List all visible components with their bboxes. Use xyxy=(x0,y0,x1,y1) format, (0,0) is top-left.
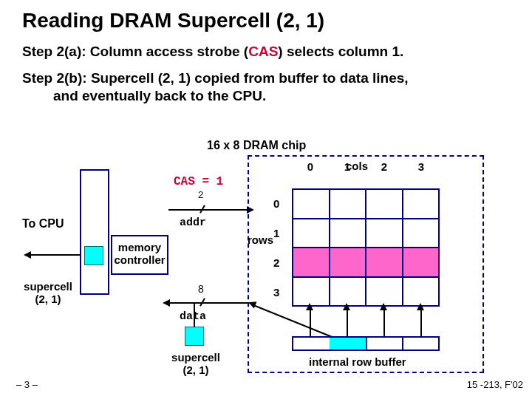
step-2a-suffix: ) selects column 1. xyxy=(278,44,403,59)
step-2b-line2: and eventually back to the CPU. xyxy=(22,87,517,105)
row-3: 3 xyxy=(273,277,279,307)
buf-wire-3 xyxy=(420,307,422,336)
sc-l2: (2, 1) xyxy=(35,293,61,305)
grid-row-1 xyxy=(293,219,439,248)
course-footer: 15 -213, F'02 xyxy=(467,379,523,390)
row-buffer-label: internal row buffer xyxy=(309,355,406,368)
supercell-on-bus xyxy=(185,327,204,346)
memory-controller: memory controller xyxy=(111,235,168,275)
memctrl-l2: controller xyxy=(114,253,165,266)
step-2a: Step 2(a): Column access strobe (CAS) se… xyxy=(0,38,532,65)
data-width: 8 xyxy=(198,283,204,295)
supercell-in-cpu xyxy=(84,246,103,265)
col-headers: 0 1 2 3 xyxy=(292,160,440,173)
grid-row-3 xyxy=(293,277,439,307)
row-headers: 0 1 2 3 xyxy=(273,188,279,307)
buf-arrow-0 xyxy=(306,303,313,310)
row-buffer-selected xyxy=(330,338,366,349)
to-cpu-label: To CPU xyxy=(22,217,64,231)
col-3: 3 xyxy=(403,160,440,173)
addr-width: 2 xyxy=(198,189,203,200)
buf-arrow-2 xyxy=(380,303,387,310)
data-drop xyxy=(194,302,195,327)
buf-wire-2 xyxy=(383,307,385,336)
row-1: 1 xyxy=(273,218,279,248)
step-2a-prefix: Step 2(a): Column access strobe ( xyxy=(22,44,248,59)
supercell-label-left: supercell (2, 1) xyxy=(18,280,78,306)
selected-supercell xyxy=(330,248,366,277)
step-2b: Step 2(b): Supercell (2, 1) copied from … xyxy=(0,65,532,109)
slide-title: Reading DRAM Supercell (2, 1) xyxy=(0,0,532,38)
buf-arrow-1 xyxy=(343,303,350,310)
buf-wire-1 xyxy=(347,307,348,336)
rows-label: rows xyxy=(248,233,273,246)
buf-wire-0 xyxy=(310,307,311,336)
grid-row-2 xyxy=(293,248,439,277)
cas-value: CAS = 1 xyxy=(174,175,223,188)
wire-to-cpu xyxy=(30,254,80,256)
row-2: 2 xyxy=(273,248,279,277)
cpu-block xyxy=(80,169,109,295)
addr-label: addr xyxy=(180,216,206,229)
col-1: 1 xyxy=(329,160,366,173)
arrow-data xyxy=(163,299,170,307)
step-2b-line1: Step 2(b): Supercell (2, 1) copied from … xyxy=(22,70,409,86)
row-0: 0 xyxy=(273,188,279,218)
chip-title: 16 x 8 DRAM chip xyxy=(207,139,306,152)
grid-row-0 xyxy=(293,189,439,219)
row-buffer xyxy=(292,336,440,351)
data-wire xyxy=(168,302,253,304)
supercell-label-bottom: supercell (2, 1) xyxy=(166,351,225,377)
sc-l1: supercell xyxy=(24,280,72,293)
memctrl-l1: memory xyxy=(118,241,161,253)
data-label: data xyxy=(180,310,206,323)
sc2-l1: supercell xyxy=(171,351,220,364)
dram-grid xyxy=(292,188,440,307)
col-2: 2 xyxy=(366,160,403,173)
sc2-l2: (2, 1) xyxy=(183,364,208,376)
slide-number: – 3 – xyxy=(16,379,38,390)
buf-arrow-3 xyxy=(417,303,424,310)
addr-wire xyxy=(168,209,248,211)
cas-acronym: CAS xyxy=(248,44,278,59)
col-0: 0 xyxy=(292,160,329,173)
